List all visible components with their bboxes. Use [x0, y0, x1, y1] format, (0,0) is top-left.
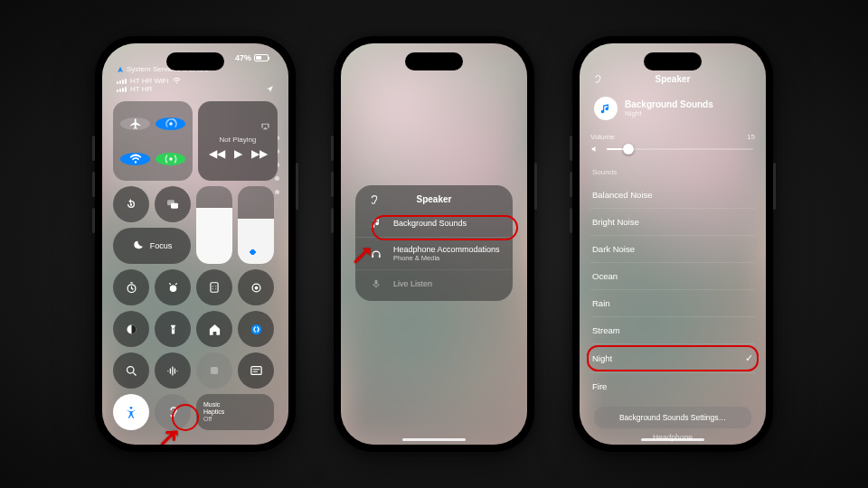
ear-icon [368, 194, 380, 206]
bg-sounds-settings-button[interactable]: Background Sounds Settings… [594, 407, 751, 428]
sound-option-rain[interactable]: Rain [590, 289, 755, 316]
dynamic-island [644, 52, 702, 70]
media-title: Not Playing [220, 136, 257, 144]
svg-rect-22 [375, 280, 378, 286]
sound-option-ocean[interactable]: Ocean [590, 262, 755, 289]
sound-option-night[interactable]: Night✓ [590, 343, 755, 372]
airdrop-button[interactable] [156, 117, 185, 130]
sound-option-dark-noise[interactable]: Dark Noise [590, 235, 755, 262]
flashlight-button[interactable] [155, 311, 191, 347]
live-listen-row[interactable]: Live Listen [355, 269, 513, 297]
svg-point-6 [169, 285, 176, 292]
svg-rect-2 [130, 203, 132, 206]
home-indicator[interactable] [402, 438, 466, 442]
svg-rect-4 [171, 203, 178, 209]
rewind-button[interactable]: ◀◀ [209, 147, 225, 160]
wifi-row: HT HR WiFi [117, 77, 278, 85]
screen-record-button[interactable] [238, 269, 274, 305]
annotation-arrow-1 [158, 425, 182, 445]
forward-button[interactable]: ▶▶ [251, 147, 268, 160]
alarm-button[interactable] [155, 269, 191, 305]
dynamic-island [166, 52, 224, 70]
device-frame-3: Speaker Background Sounds Night Volume 1… [572, 36, 773, 452]
annotation-pill-3 [587, 345, 759, 371]
home-button[interactable] [196, 311, 232, 347]
cellular-button[interactable] [156, 153, 185, 165]
moon-icon [132, 239, 145, 252]
svg-point-9 [215, 286, 216, 286]
svg-point-16 [250, 324, 260, 333]
ear-icon [592, 74, 603, 85]
sounds-section-header: Sounds [590, 163, 755, 182]
home-indicator[interactable] [641, 438, 704, 442]
focus-label: Focus [150, 241, 173, 250]
volume-slider[interactable] [238, 186, 274, 264]
dynamic-island [405, 52, 463, 70]
svg-point-8 [212, 286, 213, 286]
quick-note-button[interactable] [238, 352, 274, 389]
svg-point-13 [254, 286, 258, 289]
headphone-accommodations-row[interactable]: Headphone Accommodations Phone & Media [355, 237, 513, 269]
cellular-row: HT HR [117, 85, 278, 93]
connectivity-module[interactable] [113, 101, 193, 181]
disabled-control-button [196, 352, 232, 389]
svg-rect-19 [250, 367, 260, 375]
sounds-list: Balanced NoiseBright NoiseDark NoiseOcea… [590, 182, 755, 399]
svg-point-11 [215, 288, 216, 289]
svg-point-10 [212, 288, 213, 289]
speaker-icon [590, 145, 599, 154]
calculator-button[interactable] [196, 269, 232, 305]
location-arrow-icon [266, 85, 274, 93]
music-note-badge-icon [594, 97, 618, 120]
screen-1: 47% System Services & LAGO HT HR WiFi [102, 43, 288, 445]
screen-3: Speaker Background Sounds Night Volume 1… [580, 43, 766, 445]
svg-rect-7 [211, 283, 218, 293]
orientation-lock-button[interactable] [113, 186, 149, 222]
airplay-icon [260, 122, 270, 132]
brightness-slider[interactable] [196, 186, 232, 264]
svg-point-20 [130, 407, 133, 409]
screen-mirroring-button[interactable] [155, 186, 191, 222]
airplane-mode-button[interactable] [120, 117, 150, 130]
device-frame-2: Speaker Background Sounds Headphone Acco… [334, 36, 534, 452]
play-button[interactable]: ▶ [234, 147, 242, 160]
annotation-arrow-2 [352, 242, 375, 266]
volume-value: 15 [747, 133, 755, 141]
location-fill-icon [117, 66, 124, 73]
device-frame-1: 47% System Services & LAGO HT HR WiFi [95, 36, 296, 452]
timer-button[interactable] [113, 269, 149, 305]
sound-option-balanced-noise[interactable]: Balanced Noise [590, 182, 755, 208]
page-title: Speaker [656, 74, 691, 84]
magnifier-button[interactable] [113, 352, 149, 389]
sound-option-fire[interactable]: Fire [590, 372, 755, 399]
svg-point-21 [173, 409, 175, 411]
checkmark-icon: ✓ [745, 352, 753, 364]
svg-point-15 [172, 328, 173, 329]
sound-option-bright-noise[interactable]: Bright Noise [590, 208, 755, 235]
hearing-panel: Speaker Background Sounds Headphone Acco… [355, 185, 513, 301]
media-module[interactable]: Not Playing ◀◀ ▶ ▶▶ [198, 101, 278, 181]
bg-volume-slider[interactable] [607, 148, 753, 150]
microphone-icon [368, 277, 384, 290]
bg-sounds-header[interactable]: Background Sounds Night [590, 91, 755, 129]
screen-2: Speaker Background Sounds Headphone Acco… [341, 43, 527, 445]
wifi-icon [173, 77, 181, 85]
svg-point-0 [169, 122, 173, 126]
control-center: Not Playing ◀◀ ▶ ▶▶ [113, 101, 278, 436]
volume-row: Volume 15 [590, 129, 755, 163]
svg-point-1 [169, 157, 173, 161]
wifi-button[interactable] [120, 153, 150, 165]
music-note-icon [368, 217, 384, 230]
sound-recognition-button[interactable] [155, 352, 191, 389]
battery-icon [254, 54, 269, 61]
shazam-button[interactable] [238, 311, 274, 347]
battery-percent: 47% [235, 53, 251, 62]
accessibility-shortcut-button[interactable] [113, 394, 149, 430]
music-haptics-tile[interactable]: Music Haptics Off [196, 394, 274, 430]
dark-mode-button[interactable] [113, 311, 149, 347]
sound-option-stream[interactable]: Stream [590, 316, 755, 343]
svg-point-17 [127, 366, 134, 373]
svg-rect-18 [211, 367, 218, 374]
focus-button[interactable]: Focus [113, 228, 191, 264]
background-sounds-row[interactable]: Background Sounds [355, 210, 513, 237]
